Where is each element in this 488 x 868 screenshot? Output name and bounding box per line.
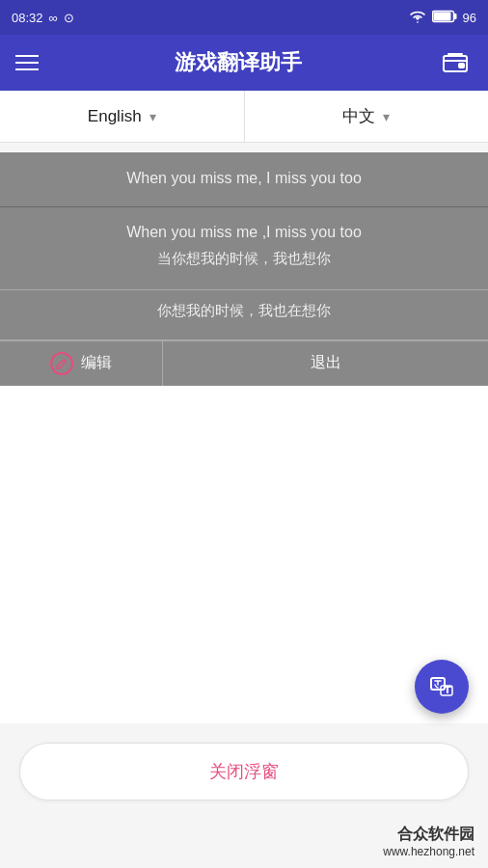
target-language-chevron: ▾ xyxy=(383,109,390,124)
edit-label: 编辑 xyxy=(81,353,112,373)
translated-chinese: 当你想我的时候，我也想你 xyxy=(19,248,469,270)
voicemail-icon: ⊙ xyxy=(64,11,74,25)
wallet-button[interactable] xyxy=(438,45,473,80)
svg-rect-1 xyxy=(453,14,456,19)
infinity-icon: ∞ xyxy=(49,11,58,25)
second-translation: 你想我的时候，我也在想你 xyxy=(19,290,469,324)
battery-icon xyxy=(432,10,457,26)
close-float-button[interactable]: 关闭浮窗 xyxy=(19,743,469,800)
app-bar: 游戏翻译助手 xyxy=(0,35,488,91)
original-text: When you miss me, I miss you too xyxy=(19,168,469,189)
card-action-bar: 编辑 退出 xyxy=(0,339,488,386)
wifi-icon xyxy=(409,10,426,26)
menu-button[interactable] xyxy=(15,55,39,70)
language-bar: English ▾ 中文 ▾ xyxy=(0,91,488,143)
source-language-label: English xyxy=(88,107,142,126)
source-language-chevron: ▾ xyxy=(149,109,156,124)
app-title: 游戏翻译助手 xyxy=(175,48,302,77)
status-left: 08:32 ∞ ⊙ xyxy=(12,11,74,25)
target-language-label: 中文 xyxy=(342,105,375,127)
status-time: 08:32 xyxy=(12,11,43,25)
source-language-selector[interactable]: English ▾ xyxy=(0,91,245,142)
translation-card: When you miss me, I miss you too When yo… xyxy=(0,152,488,339)
translate-fab[interactable] xyxy=(415,660,469,714)
exit-button[interactable]: 退出 xyxy=(163,341,488,386)
edit-icon xyxy=(50,352,73,375)
main-area xyxy=(0,386,488,723)
battery-level: 96 xyxy=(463,11,476,25)
status-bar: 08:32 ∞ ⊙ 96 xyxy=(0,0,488,35)
svg-rect-4 xyxy=(459,64,464,68)
translate-add-icon xyxy=(428,673,455,700)
close-float-label: 关闭浮窗 xyxy=(209,760,279,783)
watermark: 合众软件园 www.hezhong.net xyxy=(383,825,474,858)
translated-section: When you miss me ,I miss you too 当你想我的时候… xyxy=(19,207,469,278)
exit-label: 退出 xyxy=(311,353,341,373)
edit-button[interactable]: 编辑 xyxy=(0,341,163,386)
watermark-line1: 合众软件园 xyxy=(383,825,474,845)
status-right: 96 xyxy=(409,10,476,26)
translated-english: When you miss me ,I miss you too xyxy=(19,221,469,244)
target-language-selector[interactable]: 中文 ▾ xyxy=(245,91,489,142)
svg-rect-2 xyxy=(433,12,450,20)
watermark-line2: www.hezhong.net xyxy=(383,845,474,858)
